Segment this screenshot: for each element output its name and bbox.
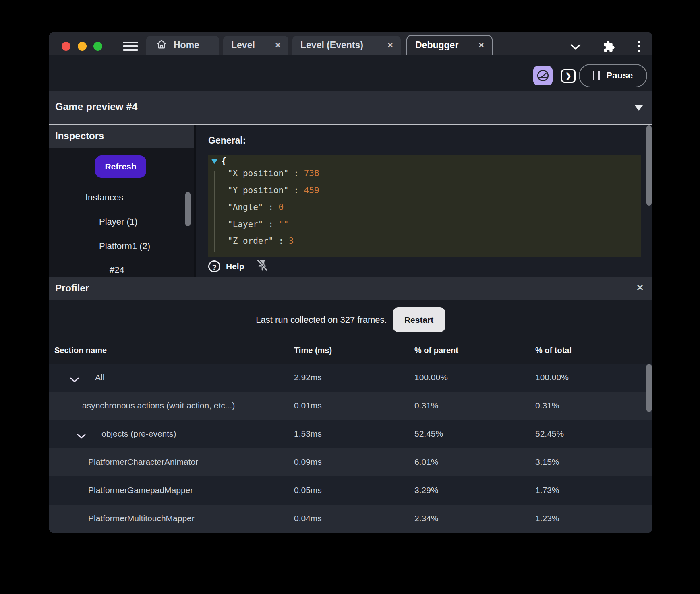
inspectors-panel: Inspectors Refresh Instances Player (1) … [49, 125, 194, 277]
unpin-icon[interactable] [256, 259, 269, 274]
chevron-down-icon[interactable] [570, 44, 581, 52]
tab-home[interactable]: Home [146, 36, 219, 55]
console-button[interactable]: ❯ [561, 69, 576, 83]
json-entry[interactable]: "Z order" : 3 [228, 236, 294, 246]
game-preview-header[interactable]: Game preview #4 [49, 91, 652, 124]
json-open-brace: { [221, 156, 226, 166]
column-header-total: % of total [535, 346, 572, 355]
table-row[interactable]: objects (pre-events) 1.53ms 52.45% 52.45… [49, 420, 652, 448]
extensions-puzzle-icon[interactable] [603, 41, 615, 54]
tab-debugger-active[interactable]: Debugger ✕ [406, 35, 493, 55]
inspectors-title: Inspectors [55, 130, 104, 142]
help-label[interactable]: Help [226, 262, 244, 271]
json-entry[interactable]: "Y position" : 459 [228, 186, 319, 195]
tree-item-instances[interactable]: Instances [85, 192, 123, 203]
table-row[interactable]: asynchronous actions (wait action, etc..… [49, 392, 652, 420]
traffic-minimize-button[interactable] [78, 42, 87, 51]
tab-label: Level [231, 40, 255, 51]
hamburger-menu-icon[interactable] [123, 41, 138, 51]
close-tab-icon[interactable]: ✕ [380, 41, 401, 50]
refresh-button[interactable]: Refresh [95, 155, 146, 178]
profiler-gauge-button[interactable] [533, 66, 553, 85]
pause-icon [593, 71, 600, 80]
general-title: General: [208, 135, 246, 146]
json-entry[interactable]: "X position" : 738 [228, 169, 319, 178]
traffic-close-button[interactable] [62, 42, 70, 51]
collapse-chevron-icon[interactable] [70, 375, 79, 384]
tab-level[interactable]: Level ✕ [223, 36, 288, 55]
inspector-area: Inspectors Refresh Instances Player (1) … [49, 125, 652, 277]
tree-item-instance-24[interactable]: #24 [110, 265, 124, 275]
table-row[interactable]: PlatformerMultitouchMapper 0.04ms 2.34% … [49, 505, 652, 533]
tab-label: Home [174, 40, 199, 51]
screenshot-canvas: Home Level ✕ Level (Events) ✕ Debugger ✕ [0, 0, 700, 594]
pause-label: Pause [606, 70, 633, 81]
help-icon[interactable]: ? [208, 260, 220, 272]
general-scrollbar-thumb[interactable] [646, 125, 652, 206]
tree-item-player[interactable]: Player (1) [99, 217, 137, 227]
tab-level-events[interactable]: Level (Events) ✕ [292, 36, 401, 55]
collapse-chevron-icon[interactable] [77, 431, 86, 441]
table-header-divider [49, 363, 652, 363]
column-header-section: Section name [54, 346, 107, 355]
tab-label: Level (Events) [300, 40, 363, 51]
close-profiler-icon[interactable]: ✕ [636, 282, 644, 293]
close-tab-icon[interactable]: ✕ [267, 41, 288, 50]
restart-button[interactable]: Restart [393, 307, 445, 332]
table-row[interactable]: All 2.92ms 100.00% 100.00% [49, 364, 652, 392]
column-header-parent: % of parent [414, 346, 458, 355]
help-row: ? Help [208, 258, 269, 274]
kebab-menu-icon[interactable] [638, 41, 640, 53]
debugger-toolbar: ❯ Pause [49, 55, 652, 91]
console-prompt-icon: ❯ [565, 72, 571, 80]
profiler-panel: Last run collected on 327 frames. Restar… [49, 300, 652, 533]
profiler-header: Profiler ✕ [49, 277, 652, 300]
traffic-zoom-button[interactable] [93, 42, 102, 51]
home-icon [156, 39, 167, 52]
general-panel: General: { "X position" : 738 "Y positio… [196, 125, 652, 277]
profiler-table-header: Section name Time (ms) % of parent % of … [49, 346, 652, 358]
inspectors-header: Inspectors [49, 125, 194, 148]
table-row[interactable]: PlatformerGamepadMapper 0.05ms 3.29% 1.7… [49, 476, 652, 505]
profiler-status-text: Last run collected on 327 frames. [256, 315, 387, 325]
json-collapse-icon[interactable] [211, 158, 218, 165]
preview-dropdown-icon[interactable] [635, 105, 643, 112]
profiler-status-row: Last run collected on 327 frames. Restar… [49, 307, 652, 332]
table-row[interactable]: PlatformerCharacterAnimator 0.09ms 6.01%… [49, 448, 652, 476]
tab-label: Debugger [415, 40, 458, 51]
json-entry[interactable]: "Layer" : "" [228, 219, 289, 229]
close-tab-icon[interactable]: ✕ [471, 41, 492, 50]
profiler-scrollbar-thumb[interactable] [646, 364, 652, 412]
column-header-time: Time (ms) [294, 346, 332, 355]
profiler-title: Profiler [55, 283, 89, 294]
pause-button[interactable]: Pause [579, 64, 647, 87]
inspectors-scrollbar-thumb[interactable] [185, 192, 191, 226]
app-window: Home Level ✕ Level (Events) ✕ Debugger ✕ [49, 32, 652, 533]
tree-item-platform1[interactable]: Platform1 (2) [99, 241, 150, 252]
json-property-view: { "X position" : 738 "Y position" : 459 … [208, 155, 641, 257]
title-tab-bar: Home Level ✕ Level (Events) ✕ Debugger ✕ [49, 32, 652, 55]
json-indent-guide [214, 171, 215, 252]
game-preview-title: Game preview #4 [55, 101, 137, 113]
json-entry[interactable]: "Angle" : 0 [228, 202, 284, 212]
